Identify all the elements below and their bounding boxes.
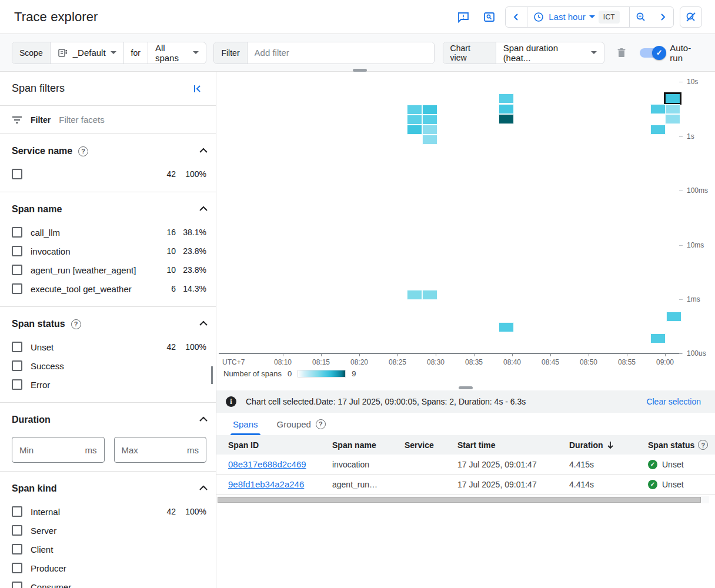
heatmap-cell[interactable] bbox=[650, 104, 666, 114]
facet-item: Client bbox=[12, 540, 206, 559]
time-back-button[interactable] bbox=[506, 7, 527, 27]
heatmap-cell[interactable] bbox=[407, 290, 422, 300]
heatmap-cell[interactable] bbox=[407, 125, 422, 135]
column-header-service[interactable]: Service bbox=[405, 440, 457, 450]
horizontal-resize-handle[interactable] bbox=[459, 386, 473, 389]
collapse-section-icon[interactable] bbox=[199, 320, 206, 328]
scrollbar-thumb[interactable] bbox=[218, 497, 701, 503]
feedback-icon[interactable] bbox=[453, 7, 473, 27]
collapse-sidebar-icon[interactable] bbox=[192, 83, 203, 94]
heatmap-cell[interactable] bbox=[422, 105, 437, 115]
filter-input[interactable] bbox=[248, 42, 434, 64]
heatmap-cell[interactable] bbox=[422, 115, 437, 125]
all-spans-value: All spans bbox=[155, 43, 189, 63]
heatmap-cell[interactable] bbox=[665, 114, 680, 124]
sidebar-title: Span filters bbox=[12, 82, 65, 95]
table-row[interactable]: 9e8fd1eb34a2a246agent_run…17 Jul 2025, 0… bbox=[216, 475, 715, 495]
heatmap-cell[interactable] bbox=[422, 290, 437, 300]
duration-max-input[interactable]: Max ms bbox=[114, 437, 207, 463]
grouped-help-icon[interactable]: ? bbox=[316, 419, 326, 429]
tab-grouped[interactable]: Grouped ? bbox=[275, 413, 328, 435]
span-kind-checkbox[interactable] bbox=[12, 525, 22, 536]
span-status-cell: ✓Unset bbox=[648, 480, 715, 489]
heatmap-cell[interactable] bbox=[499, 114, 514, 124]
tab-grouped-label: Grouped bbox=[277, 419, 311, 429]
x-axis-label: 09:00 bbox=[656, 358, 674, 366]
clear-selection-link[interactable]: Clear selection bbox=[646, 397, 701, 406]
zoom-out-button[interactable] bbox=[630, 7, 652, 27]
chart-view-dropdown[interactable]: Span duration (heat... bbox=[496, 42, 604, 64]
selection-info-bar: i Chart cell selected.Date: 17 Jul 2025,… bbox=[216, 390, 715, 413]
span-status-checkbox[interactable] bbox=[12, 342, 22, 352]
span-id-link[interactable]: 9e8fd1eb34a2a246 bbox=[228, 479, 304, 489]
all-spans-dropdown[interactable]: All spans bbox=[148, 42, 206, 64]
column-header-start-time[interactable]: Start time bbox=[457, 440, 569, 450]
span-status-help-icon[interactable]: ? bbox=[71, 319, 81, 329]
heatmap-cell[interactable] bbox=[650, 125, 666, 135]
sidebar-scrollbar[interactable] bbox=[211, 366, 213, 384]
heatmap-cell-selected[interactable] bbox=[664, 92, 681, 105]
facet-item-label: Success bbox=[31, 361, 64, 371]
filter-icon bbox=[12, 116, 22, 124]
scope-dropdown[interactable]: _Default bbox=[51, 42, 123, 64]
column-header-span-status[interactable]: Span status? bbox=[648, 440, 715, 450]
span-status-checkbox[interactable] bbox=[12, 360, 22, 371]
span-status-cell: ✓Unset bbox=[648, 460, 715, 469]
facet-item-percent: 100% bbox=[176, 342, 206, 352]
column-header-span-name[interactable]: Span name bbox=[332, 440, 405, 450]
y-axis-label: 100ms bbox=[687, 186, 708, 195]
span-kind-checkbox[interactable] bbox=[12, 563, 22, 573]
tab-spans[interactable]: Spans bbox=[230, 413, 260, 435]
chevron-down-icon bbox=[193, 51, 199, 54]
zoom-off-button[interactable] bbox=[680, 6, 702, 28]
service-name-help-icon[interactable]: ? bbox=[78, 146, 88, 156]
facet-filter-row[interactable]: Filter Filter facets bbox=[0, 106, 216, 134]
span-name-checkbox[interactable] bbox=[12, 283, 22, 294]
facet-item: 42100% bbox=[12, 165, 206, 183]
column-header-label: Span name bbox=[332, 440, 376, 450]
heatmap-cell[interactable] bbox=[665, 104, 680, 114]
column-header-span-id[interactable]: Span ID bbox=[228, 440, 332, 450]
span-name-checkbox[interactable] bbox=[12, 227, 22, 238]
heatmap-cell[interactable] bbox=[666, 312, 681, 322]
collapse-section-icon[interactable] bbox=[199, 148, 206, 155]
column-header-duration[interactable]: Duration bbox=[569, 440, 648, 450]
heatmap-cell[interactable] bbox=[499, 322, 514, 332]
heatmap-cell[interactable] bbox=[422, 125, 437, 135]
collapse-section-icon[interactable] bbox=[199, 485, 206, 492]
collapse-section-icon[interactable] bbox=[199, 206, 206, 213]
search-preview-icon[interactable] bbox=[479, 7, 499, 27]
collapse-section-icon[interactable] bbox=[199, 416, 206, 423]
heatmap-cell[interactable] bbox=[422, 135, 437, 145]
time-range-dropdown[interactable]: Last hour ICT bbox=[527, 7, 629, 27]
heatmap-cell[interactable] bbox=[499, 93, 514, 103]
span-id-link[interactable]: 08e317e688d2c469 bbox=[228, 459, 306, 469]
duration-min-input[interactable]: Min ms bbox=[12, 437, 105, 463]
table-row[interactable]: 08e317e688d2c469invocation17 Jul 2025, 0… bbox=[216, 455, 715, 475]
table-horizontal-scrollbar[interactable] bbox=[218, 496, 709, 503]
span-kind-checkbox[interactable] bbox=[12, 506, 22, 517]
facet-item-label: call_llm bbox=[31, 228, 60, 238]
heatmap-cell[interactable] bbox=[407, 105, 422, 115]
timezone-badge[interactable]: ICT bbox=[599, 11, 620, 24]
sort-descending-icon[interactable] bbox=[607, 441, 614, 449]
table-body: 08e317e688d2c469invocation17 Jul 2025, 0… bbox=[216, 455, 715, 495]
facet-item-count: 42 bbox=[151, 342, 176, 352]
heatmap-cell[interactable] bbox=[499, 104, 514, 114]
time-forward-button[interactable] bbox=[652, 7, 673, 27]
span-status-checkbox[interactable] bbox=[12, 379, 22, 390]
trash-icon bbox=[616, 47, 627, 59]
span-status-help-icon[interactable]: ? bbox=[698, 440, 708, 450]
delete-chart-button[interactable] bbox=[612, 43, 632, 63]
span-kind-checkbox[interactable] bbox=[12, 544, 22, 554]
service-name-checkbox[interactable] bbox=[12, 169, 22, 179]
span-name-checkbox[interactable] bbox=[12, 246, 22, 256]
facet-item-percent: 23.8% bbox=[176, 265, 206, 275]
facet-item-label: Internal bbox=[31, 507, 60, 517]
autorun-toggle[interactable]: ✓ bbox=[640, 48, 663, 58]
span-name-checkbox[interactable] bbox=[12, 265, 22, 275]
heatmap-cell[interactable] bbox=[407, 115, 422, 125]
facet-item: Consumer bbox=[12, 577, 206, 588]
heatmap-cell[interactable] bbox=[650, 333, 666, 343]
span-kind-checkbox[interactable] bbox=[12, 582, 22, 588]
